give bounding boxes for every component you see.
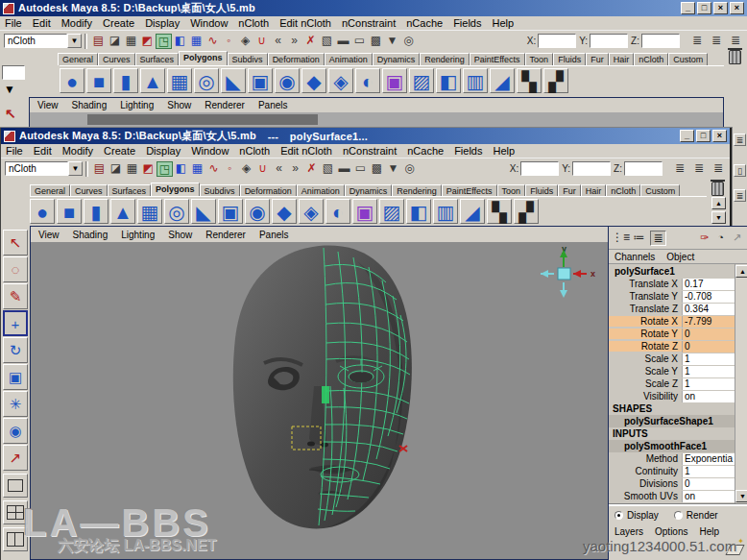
ipr-render-icon[interactable]: ▭: [351, 34, 368, 49]
maximize-button[interactable]: □: [696, 130, 711, 142]
menu-item[interactable]: Fields: [454, 145, 482, 157]
magnet-icon[interactable]: ∪: [253, 34, 270, 49]
shape-node-name[interactable]: polySurfaceShape1: [609, 415, 735, 427]
menu-set-dropdown[interactable]: nCloth ▼: [5, 161, 83, 176]
snap-curve-icon[interactable]: ∿: [205, 161, 222, 177]
shelf-icon[interactable]: ▚: [487, 199, 512, 224]
layout-persp-outliner-button[interactable]: [3, 527, 28, 551]
attribute-value[interactable]: -7.799: [682, 316, 735, 328]
render-current-icon[interactable]: ▬: [335, 34, 351, 49]
shelf-icon[interactable]: ▮: [84, 199, 108, 224]
attribute-value[interactable]: 1: [682, 366, 735, 377]
shelf-tab[interactable]: Toon: [525, 53, 554, 65]
rotate-tool[interactable]: ↻: [3, 337, 28, 363]
menu-item[interactable]: nCloth: [239, 145, 270, 157]
menu-item[interactable]: Help: [492, 17, 514, 29]
close-button[interactable]: ×: [713, 2, 728, 14]
layer-menu-item[interactable]: Help: [699, 526, 719, 537]
panel-menu-item[interactable]: Shading: [73, 230, 108, 240]
shelf-icon[interactable]: ▣: [248, 68, 273, 93]
shelf-icon[interactable]: ▥: [463, 68, 488, 93]
shelf-scroll-up-icon[interactable]: ▲: [711, 197, 726, 209]
cb-layout-3-icon[interactable]: ≣: [650, 231, 666, 246]
shelf-tab[interactable]: Curves: [98, 53, 135, 65]
panel-menu-item[interactable]: Lighting: [120, 100, 154, 110]
shelf-icon[interactable]: ▥: [433, 199, 458, 224]
target-icon[interactable]: ◎: [400, 34, 417, 49]
shelf-icon[interactable]: ◣: [191, 199, 216, 224]
select-component-icon[interactable]: ◧: [172, 34, 188, 49]
trash-icon[interactable]: [729, 50, 741, 64]
construction-history-icon[interactable]: ✗: [303, 161, 320, 177]
shelf-tab[interactable]: Deformation: [268, 53, 325, 65]
shelf-scroll-down-icon[interactable]: ▼: [711, 211, 726, 224]
show-manipulator-tool[interactable]: ↗: [3, 445, 28, 471]
menu-item[interactable]: Modify: [62, 145, 93, 157]
attribute-label[interactable]: Translate Z: [609, 304, 682, 314]
panel-menu-item[interactable]: Renderer: [205, 230, 246, 240]
attribute-label[interactable]: Rotate Z: [609, 341, 682, 352]
shelf-icon[interactable]: ▣: [352, 199, 377, 224]
attribute-label[interactable]: Translate Y: [609, 291, 682, 302]
shelf-tab[interactable]: Animation: [325, 53, 373, 65]
mini-list-icon[interactable]: ≣: [734, 189, 746, 202]
menu-item[interactable]: nCache: [407, 145, 444, 157]
attribute-value[interactable]: -0.708: [682, 291, 735, 303]
attribute-label[interactable]: Method: [609, 453, 682, 464]
shelf-tab[interactable]: Fluids: [553, 53, 586, 65]
render-view-icon[interactable]: ▧: [319, 34, 335, 49]
select-tool[interactable]: ↖: [3, 230, 28, 256]
shelf-tab[interactable]: Polygons: [179, 51, 228, 65]
shelf-tab[interactable]: PaintEffects: [470, 53, 525, 65]
panel-menu-item[interactable]: View: [37, 100, 59, 110]
target-icon[interactable]: ◎: [401, 161, 418, 177]
shelf-icon[interactable]: ◐: [355, 68, 380, 93]
shelf-icon[interactable]: ▞: [543, 68, 568, 93]
attribute-label[interactable]: Rotate X: [609, 316, 682, 327]
quick-select-arrow-icon[interactable]: ▼: [384, 34, 400, 49]
menu-item[interactable]: nCloth: [238, 17, 269, 29]
dropdown-arrow-icon[interactable]: ▼: [68, 161, 83, 176]
shelf-tab[interactable]: Hair: [609, 53, 635, 65]
shelf-icon[interactable]: ▨: [409, 68, 434, 93]
menu-item[interactable]: nConstraint: [343, 145, 397, 157]
snap-curve-icon[interactable]: ∿: [205, 34, 221, 49]
speed-ramp-icon[interactable]: ◔: [713, 231, 728, 245]
coord-input[interactable]: [538, 34, 576, 48]
shelf-icon[interactable]: ◣: [221, 68, 246, 93]
viewport-canvas[interactable]: y x: [31, 242, 608, 559]
shelf-icon[interactable]: ▦: [137, 199, 162, 224]
menu-item[interactable]: Edit nCloth: [279, 17, 331, 29]
save-scene-icon[interactable]: ▦: [123, 34, 139, 49]
snap-plane-icon[interactable]: ◈: [237, 34, 253, 49]
menu-item[interactable]: Create: [104, 145, 135, 157]
menu-item[interactable]: File: [5, 17, 22, 29]
panel-menu-item[interactable]: Show: [167, 100, 191, 110]
soft-mod-tool[interactable]: ◉: [3, 418, 28, 444]
shelf-icon[interactable]: ●: [30, 199, 55, 224]
shelf-tab[interactable]: General: [58, 53, 98, 65]
snap-plane-icon[interactable]: ◈: [238, 161, 254, 177]
shelf-tab[interactable]: Fur: [586, 53, 609, 65]
shelf-tab[interactable]: Rendering: [420, 53, 470, 65]
layer-menu-item[interactable]: Options: [655, 526, 687, 537]
menu-item[interactable]: Window: [191, 145, 229, 157]
shelf-tab[interactable]: Subdivs: [228, 53, 268, 65]
attribute-value[interactable]: 0: [682, 341, 735, 353]
shelf-tab[interactable]: Polygons: [151, 183, 200, 197]
shelf-icon[interactable]: ◉: [245, 199, 270, 224]
select-hierarchy-icon[interactable]: ◩: [139, 34, 156, 49]
menu-item[interactable]: nConstraint: [342, 17, 396, 29]
attribute-value[interactable]: Exponentia: [682, 453, 735, 465]
shelf-icon[interactable]: ◆: [272, 199, 297, 224]
coord-input[interactable]: [572, 161, 611, 176]
scale-tool[interactable]: ▣: [3, 364, 28, 390]
shelf-icon[interactable]: ◢: [460, 199, 485, 224]
attribute-value[interactable]: 0.17: [682, 279, 735, 290]
attribute-label[interactable]: Scale X: [609, 353, 682, 364]
shelf-icon[interactable]: ◉: [275, 68, 300, 93]
attribute-value[interactable]: on: [682, 491, 735, 502]
shelf-icon[interactable]: ▮: [113, 68, 138, 93]
panel-menu-item[interactable]: View: [38, 230, 60, 240]
select-component-icon[interactable]: ◧: [173, 161, 189, 177]
